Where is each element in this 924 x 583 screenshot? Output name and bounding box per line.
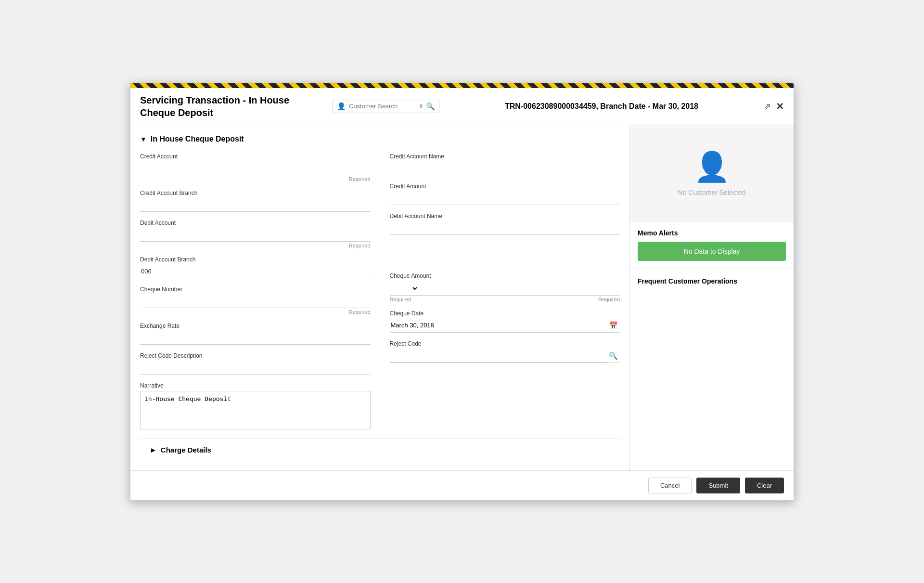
frequent-ops-title: Frequent Customer Operations — [638, 277, 786, 286]
modal-container: Servicing Transaction - In House Cheque … — [130, 83, 794, 501]
search-icon[interactable]: 🔍 — [426, 102, 435, 111]
cheque-number-input[interactable] — [140, 295, 371, 308]
reject-code-desc-input[interactable] — [140, 361, 371, 375]
currency-required: Required — [390, 297, 411, 302]
cheque-date-field: Cheque Date 📅 — [390, 310, 620, 333]
reject-code-search-button[interactable]: 🔍 — [607, 350, 620, 362]
clear-button[interactable]: Clear — [745, 478, 784, 493]
cancel-button[interactable]: Cancel — [648, 478, 692, 493]
exchange-rate-input[interactable] — [140, 331, 371, 345]
cheque-date-input[interactable] — [390, 319, 607, 332]
close-button[interactable]: ✕ — [776, 101, 784, 112]
debit-account-name-label: Debit Account Name — [390, 213, 620, 220]
customer-search-box[interactable]: 👤 ☓ 🔍 — [333, 100, 439, 113]
modal-title: Servicing Transaction - In House Cheque … — [140, 94, 323, 119]
charge-expand-icon[interactable]: ► — [150, 446, 157, 454]
reject-code-label: Reject Code — [390, 340, 620, 347]
cheque-date-row: 📅 — [390, 319, 620, 333]
modal-body: ▼ In House Cheque Deposit Credit Account… — [130, 125, 794, 470]
calendar-icon[interactable]: 📅 — [607, 319, 620, 332]
exchange-rate-field: Exchange Rate — [140, 323, 371, 345]
debit-account-name-input[interactable] — [390, 221, 620, 235]
narrative-label: Narrative — [140, 382, 371, 389]
cheque-amount-label: Cheque Amount — [390, 272, 620, 279]
debit-account-branch-input[interactable] — [140, 265, 371, 278]
expand-icon[interactable]: ⇗ — [764, 101, 771, 112]
credit-account-field: Credit Account Required — [140, 153, 371, 182]
reject-code-input[interactable] — [390, 349, 607, 363]
cheque-number-field: Cheque Number Required — [140, 286, 371, 315]
credit-account-branch-label: Credit Account Branch — [140, 190, 371, 196]
header-actions: ⇗ ✕ — [764, 101, 784, 112]
section-header: ▼ In House Cheque Deposit — [140, 135, 620, 143]
credit-account-label: Credit Account — [140, 153, 371, 160]
debit-account-branch-field: Debit Account Branch — [140, 256, 371, 278]
currency-select[interactable] — [390, 281, 419, 296]
submit-button[interactable]: Submit — [696, 478, 740, 493]
credit-account-name-label: Credit Account Name — [390, 153, 620, 160]
credit-account-branch-field: Credit Account Branch — [140, 190, 371, 212]
cheque-amount-field: Cheque Amount Required Required — [390, 272, 620, 302]
charge-title: Charge Details — [161, 446, 211, 454]
no-data-button: No Data to Display — [638, 242, 786, 261]
debit-account-name-field: Debit Account Name — [390, 213, 620, 235]
reject-code-desc-label: Reject Code Description — [140, 352, 371, 359]
amount-required: Required — [598, 297, 620, 302]
right-column: Credit Account Name Credit Amount Debit … — [390, 153, 620, 439]
cheque-amount-required-row: Required Required — [390, 296, 620, 302]
cheque-amount-input[interactable] — [419, 282, 620, 296]
narrative-field: Narrative In-House Cheque Deposit — [140, 382, 371, 431]
collapse-icon[interactable]: ▼ — [140, 135, 147, 143]
debit-account-branch-label: Debit Account Branch — [140, 256, 371, 263]
debit-account-required: Required — [140, 243, 371, 248]
stripe-bar — [130, 83, 794, 88]
reject-code-desc-field: Reject Code Description — [140, 352, 371, 375]
debit-account-label: Debit Account — [140, 220, 371, 226]
cheque-number-required: Required — [140, 309, 371, 315]
credit-account-required: Required — [140, 176, 371, 182]
person-icon: 👤 — [337, 102, 346, 111]
credit-account-name-input[interactable] — [390, 162, 620, 175]
charge-header[interactable]: ► Charge Details — [150, 446, 610, 454]
debit-account-field: Debit Account Required — [140, 220, 371, 248]
credit-account-branch-input[interactable] — [140, 198, 371, 212]
customer-panel: 👤 No Customer Selected — [630, 125, 794, 221]
credit-amount-label: Credit Amount — [390, 183, 620, 190]
frequent-ops-panel: Frequent Customer Operations — [630, 269, 794, 470]
memo-panel: Memo Alerts No Data to Display — [630, 221, 794, 269]
credit-account-input[interactable] — [140, 162, 371, 175]
narrative-textarea[interactable]: In-House Cheque Deposit — [140, 391, 371, 429]
modal-footer: Cancel Submit Clear — [130, 470, 794, 500]
memo-title: Memo Alerts — [638, 229, 786, 237]
credit-amount-input[interactable] — [390, 192, 620, 205]
trn-info: TRN-00623089000034459, Branch Date - Mar… — [449, 102, 754, 111]
no-customer-text: No Customer Selected — [678, 189, 746, 196]
cheque-amount-row — [390, 281, 620, 296]
customer-search-input[interactable] — [349, 103, 416, 110]
clear-search-icon[interactable]: ☓ — [419, 102, 423, 111]
right-panel: 👤 No Customer Selected Memo Alerts No Da… — [630, 125, 794, 470]
left-column: Credit Account Required Credit Account B… — [140, 153, 371, 439]
credit-amount-field: Credit Amount — [390, 183, 620, 205]
cheque-number-label: Cheque Number — [140, 286, 371, 293]
avatar-icon: 👤 — [694, 150, 730, 184]
reject-code-field: Reject Code 🔍 — [390, 340, 620, 363]
debit-account-input[interactable] — [140, 228, 371, 242]
form-grid: Credit Account Required Credit Account B… — [140, 153, 620, 439]
exchange-rate-label: Exchange Rate — [140, 323, 371, 329]
charge-section: ► Charge Details — [140, 439, 620, 461]
form-area: ▼ In House Cheque Deposit Credit Account… — [130, 125, 630, 470]
section-title: In House Cheque Deposit — [151, 135, 244, 143]
credit-account-name-field: Credit Account Name — [390, 153, 620, 175]
reject-code-row: 🔍 — [390, 349, 620, 363]
modal-header: Servicing Transaction - In House Cheque … — [130, 88, 794, 125]
cheque-date-label: Cheque Date — [390, 310, 620, 317]
